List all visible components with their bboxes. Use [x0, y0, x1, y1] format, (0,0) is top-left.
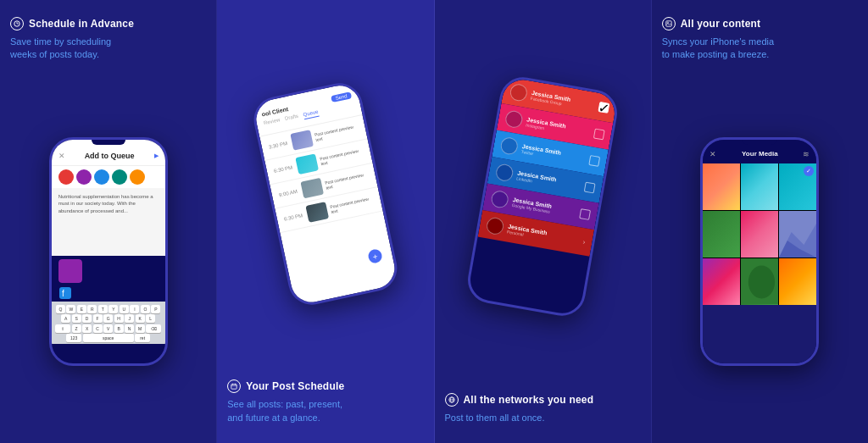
key-n[interactable]: N — [125, 324, 134, 333]
account-checkbox[interactable] — [588, 155, 600, 167]
schedule-image-2 — [295, 154, 319, 175]
post-image — [58, 259, 82, 283]
key-shift[interactable]: ⇧ — [55, 324, 70, 333]
media-cell-9[interactable] — [779, 258, 816, 305]
account-info: Jessica Smith LinkedIn — [516, 169, 581, 191]
account-avatar — [504, 109, 524, 129]
key-return[interactable]: ret — [135, 334, 150, 342]
keyboard-row-2: A S D F G H J K L — [53, 314, 164, 323]
key-i[interactable]: I — [130, 305, 139, 313]
key-123[interactable]: 123 — [66, 334, 81, 342]
media-cell-4[interactable] — [703, 211, 740, 257]
phone-mockup-4: ✕ Your Media ≋ ✓ — [700, 137, 819, 366]
key-s[interactable]: S — [72, 314, 81, 323]
globe-icon — [445, 393, 459, 407]
svg-point-18 — [748, 265, 775, 298]
key-x[interactable]: X — [82, 324, 92, 333]
tab-queue[interactable]: Queue — [303, 109, 319, 120]
feature-heading-1: Schedule in Advance — [10, 17, 134, 30]
schedule-image-3 — [300, 178, 324, 199]
schedule-image-1 — [290, 130, 314, 151]
media-cell-7[interactable] — [703, 258, 740, 305]
schedule-time-2: 6:30 PM — [273, 164, 294, 174]
account-avatar — [509, 82, 528, 102]
close-icon[interactable]: ✕ — [709, 150, 716, 158]
phone-notch-1 — [92, 140, 125, 145]
key-g[interactable]: G — [103, 314, 113, 323]
account-checkbox[interactable] — [579, 208, 591, 220]
panel-2-phone-container: ool Client Send Review Drafts Queue 3:30… — [227, 8, 423, 379]
key-m[interactable]: M — [136, 324, 145, 333]
key-y[interactable]: Y — [108, 305, 118, 313]
feature-heading-2: Your Post Schedule — [227, 379, 344, 393]
panel-3-title: All the networks you need — [464, 394, 594, 406]
key-space[interactable]: space — [83, 334, 134, 342]
media-cell-1[interactable] — [703, 163, 740, 210]
key-u[interactable]: U — [120, 305, 129, 313]
key-c[interactable]: C — [93, 324, 103, 333]
account-info: Jessica Smith Twitter — [521, 142, 587, 164]
media-cell-5[interactable] — [741, 211, 778, 257]
panel-3-desc: Post to them all at once. — [445, 412, 545, 424]
send-button[interactable]: Send — [331, 91, 352, 102]
schedule-time-1: 3:30 PM — [268, 141, 289, 150]
schedule-text-4: Post content preview text — [330, 196, 375, 215]
media-cell-8[interactable] — [741, 258, 778, 305]
panel-post-schedule: ool Client Send Review Drafts Queue 3:30… — [217, 0, 434, 443]
tab-review[interactable]: Review — [263, 117, 281, 128]
key-w[interactable]: W — [66, 305, 75, 313]
wifi-icon: ≋ — [803, 150, 810, 158]
tab-drafts[interactable]: Drafts — [284, 114, 299, 124]
key-h[interactable]: H — [114, 314, 124, 323]
panel-4-phone-container: ✕ Your Media ≋ ✓ — [662, 70, 858, 433]
keyboard-row-3: ⇧ Z X C V B N M ⌫ — [53, 324, 164, 333]
key-z[interactable]: Z — [72, 324, 81, 333]
panel-schedule: Schedule in Advance Save time by schedul… — [0, 0, 217, 443]
feature-heading-4: All your content — [662, 17, 761, 30]
phone-2-inner: ool Client Send Review Drafts Queue 3:30… — [253, 82, 398, 306]
key-f[interactable]: F — [93, 314, 103, 323]
feature-heading-3: All the networks you need — [445, 393, 594, 407]
clock-icon — [10, 17, 24, 30]
account-info: Jessica Smith Instagram — [526, 116, 591, 138]
key-p[interactable]: P — [151, 305, 160, 313]
post-network-icon: f — [58, 286, 72, 300]
phone-notch-4 — [743, 140, 776, 145]
phone-mockup-1: ✕ Add to Queue ▶ Nutritional supplementa… — [49, 137, 168, 366]
key-delete[interactable]: ⌫ — [146, 324, 161, 333]
key-l[interactable]: L — [146, 314, 155, 323]
key-d[interactable]: D — [82, 314, 92, 323]
close-icon: ✕ — [58, 152, 65, 160]
avatar — [58, 169, 74, 185]
key-q[interactable]: Q — [56, 305, 65, 313]
account-info: Jessica Smith Personal — [507, 223, 580, 246]
panel-4-title: All your content — [681, 18, 761, 30]
account-checkbox[interactable] — [584, 181, 596, 193]
key-j[interactable]: J — [125, 314, 134, 323]
panel-4-desc: Syncs your iPhone's mediato make posting… — [662, 36, 774, 62]
send-icon: ▶ — [154, 152, 159, 159]
media-check-icon: ✓ — [804, 166, 814, 176]
key-a[interactable]: A — [61, 314, 70, 323]
key-v[interactable]: V — [103, 324, 113, 333]
account-avatar — [490, 190, 509, 209]
key-o[interactable]: O — [141, 305, 150, 313]
key-t[interactable]: T — [98, 305, 108, 313]
account-avatar — [495, 163, 515, 182]
media-cell-6[interactable] — [779, 211, 816, 257]
key-e[interactable]: E — [77, 305, 86, 313]
media-cell-2[interactable] — [741, 163, 778, 210]
key-b[interactable]: B — [114, 324, 124, 333]
account-checkbox[interactable]: ✓ — [598, 102, 610, 114]
key-r[interactable]: R — [87, 305, 97, 313]
media-cell-3[interactable]: ✓ — [779, 163, 816, 210]
avatar — [76, 169, 92, 185]
keyboard-row-4: 123 space ret — [53, 334, 164, 342]
avatar — [94, 169, 109, 185]
phone-mockup-3: Jessica Smith Facebook Group ✓ Jessica S… — [465, 74, 621, 319]
svg-text:f: f — [62, 289, 64, 298]
schedule-time-3: 9:00 AM — [278, 189, 299, 198]
account-checkbox[interactable] — [593, 128, 605, 140]
key-k[interactable]: K — [136, 314, 145, 323]
fab-button[interactable]: + — [367, 248, 383, 264]
